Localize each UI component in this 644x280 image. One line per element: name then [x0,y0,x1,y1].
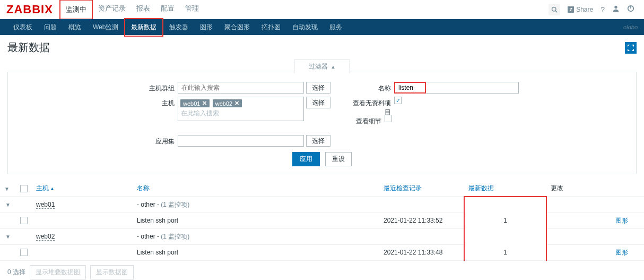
sub-problems[interactable]: 问题 [38,19,63,36]
host-label: 主机 [8,97,178,108]
graph-link[interactable]: 图形 [615,249,628,256]
col-change: 更改 [546,181,610,197]
filter-section: 过滤器 ▲ 主机群组 选择 名称 主机 web01✕ web02✕ 在此输入搜索 [7,72,637,174]
reset-button[interactable]: 重设 [325,152,352,166]
top-menu: 监测中 资产记录 报表 配置 管理 [59,0,204,20]
item-name: Listen ssh port [133,244,379,260]
host-link[interactable]: web01 [36,201,55,209]
group-label: - other - [137,201,159,208]
sub-maps[interactable]: 拓扑图 [256,19,286,36]
sub-right-text: oldbo [623,24,638,30]
item-time: 2021-01-22 11:33:52 [379,213,464,228]
menu-config[interactable]: 配置 [155,0,180,20]
filter-box: 主机群组 选择 名称 主机 web01✕ web02✕ 在此输入搜索 选择 [7,72,637,174]
col-last-data[interactable]: 最新数据 [464,181,546,197]
share-z-icon: Z [568,6,574,13]
chevron-up-icon: ▲ [331,64,336,70]
share-button[interactable]: Z Share [568,6,593,13]
fullscreen-button[interactable] [625,42,637,54]
sub-web[interactable]: Web监测 [87,19,124,36]
menu-monitoring[interactable]: 监测中 [59,0,93,20]
filter-tab-label: 过滤器 [309,62,328,71]
host-row: ▼ web01 - other - (1 监控项) [0,197,644,213]
svg-line-1 [555,11,557,12]
footer-bar: 0 选择 显示堆叠数据图 显示数据图 [0,261,644,281]
table-header-row: ▼ 主机▲ 名称 最近检查记录 最新数据 更改 [0,181,644,197]
item-row: Listen ssh port 2021-01-22 11:33:52 1 图形 [0,213,644,228]
sort-asc-icon: ▲ [50,186,55,191]
name-input[interactable] [394,82,426,94]
item-row: Listen ssh port 2021-01-22 11:33:48 1 图形 [0,244,644,260]
page-header: 最新数据 [0,35,644,60]
user-icon[interactable] [612,5,620,14]
name-input-ext[interactable] [426,82,519,94]
sub-services[interactable]: 服务 [324,19,348,36]
mon-count: (1 监控项) [161,233,189,240]
sub-discovery[interactable]: 自动发现 [286,19,324,36]
item-time: 2021-01-22 11:33:48 [379,244,464,260]
host-tag-web02[interactable]: web02✕ [213,99,242,107]
data-table: ▼ 主机▲ 名称 最近检查记录 最新数据 更改 ▼ web01 - other … [0,181,644,261]
sub-triggers[interactable]: 触发器 [163,19,194,36]
search-icon[interactable] [549,4,560,15]
sub-overview[interactable]: 概览 [63,19,87,36]
graph-link[interactable]: 图形 [615,217,628,224]
host-link[interactable]: web02 [36,233,55,241]
select-all-checkbox[interactable] [20,185,28,192]
row-checkbox[interactable] [20,217,28,224]
logo[interactable]: ZABBIX [0,3,59,16]
close-icon[interactable]: ✕ [202,100,207,107]
col-graph [610,181,644,197]
collapse-icon[interactable]: ▼ [5,234,11,240]
svg-point-0 [552,7,556,11]
sub-dashboard[interactable]: 仪表板 [7,19,38,36]
host-group-select-btn[interactable]: 选择 [306,82,330,94]
col-last-check[interactable]: 最近检查记录 [379,181,464,197]
power-icon[interactable] [627,5,634,14]
host-group-label: 主机群组 [8,82,178,93]
close-icon[interactable]: ✕ [234,100,239,107]
app-input[interactable] [178,135,304,147]
svg-point-2 [614,6,617,9]
filter-tab[interactable]: 过滤器 ▲ [294,60,350,73]
detail-label: 查看细节 [342,115,385,126]
selected-count: 0 选择 [7,268,25,277]
app-label: 应用集 [8,135,178,146]
col-name[interactable]: 名称 [133,181,379,197]
host-tag-web01[interactable]: web01✕ [180,99,210,107]
help-icon[interactable]: ? [601,5,605,14]
item-value: 1 [464,213,546,228]
mon-count: (1 监控项) [161,201,189,208]
app-select-btn[interactable]: 选择 [306,135,330,147]
top-nav: ZABBIX 监测中 资产记录 报表 配置 管理 Z Share ? [0,0,644,19]
host-multiselect[interactable]: web01✕ web02✕ 在此输入搜索 [178,97,304,121]
item-name: Listen ssh port [133,213,379,228]
page-title: 最新数据 [7,40,50,55]
nodata-checkbox[interactable] [394,97,402,104]
detail-checkbox[interactable] [385,115,392,122]
sub-latest-data[interactable]: 最新数据 [124,18,163,37]
row-checkbox[interactable] [20,249,28,256]
sub-graphs[interactable]: 图形 [194,19,219,36]
host-placeholder: 在此输入搜索 [180,108,302,119]
menu-reports[interactable]: 报表 [131,0,155,20]
menu-inventory[interactable]: 资产记录 [93,0,131,20]
sub-screens[interactable]: 聚合图形 [219,19,256,36]
name-label: 名称 [352,82,394,93]
sub-nav: 仪表板 问题 概览 Web监测 最新数据 触发器 图形 聚合图形 拓扑图 自动发… [0,19,644,35]
data-graph-button[interactable]: 显示数据图 [90,265,134,279]
stack-graph-button[interactable]: 显示堆叠数据图 [30,265,86,279]
host-row: ▼ web02 - other - (1 监控项) [0,228,644,244]
collapse-icon[interactable]: ▼ [5,202,11,208]
collapse-all-icon[interactable]: ▼ [4,186,10,192]
top-right: Z Share ? [549,4,644,15]
share-label: Share [576,6,593,13]
nodata-label: 查看无资料项目 [352,97,394,117]
host-select-btn[interactable]: 选择 [306,97,330,108]
menu-admin[interactable]: 管理 [180,0,204,20]
apply-button[interactable]: 应用 [292,152,320,166]
host-group-input[interactable] [178,82,304,94]
group-label: - other - [137,233,159,240]
item-value: 1 [464,244,546,260]
col-host[interactable]: 主机▲ [32,181,133,197]
